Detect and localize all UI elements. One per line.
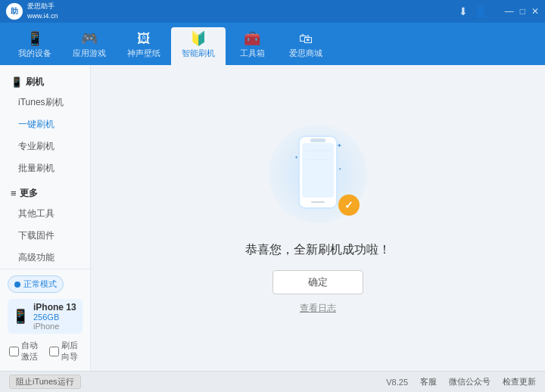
sidebar-item-other-tools[interactable]: 其他工具	[0, 203, 90, 225]
svg-rect-1	[302, 143, 334, 198]
sidebar-item-download-firmware[interactable]: 下载固件	[0, 225, 90, 247]
device-model: iPhone	[33, 322, 76, 331]
stop-itunes-button[interactable]: 阻止iTunes运行	[9, 375, 81, 389]
logo-icon: 助	[6, 3, 23, 20]
device-name: iPhone 13	[33, 302, 76, 313]
tools-icon: 🧰	[244, 32, 260, 45]
title-bar-controls: ⬇ 👤 — □ ✕	[459, 5, 539, 17]
download-icon[interactable]: ⬇	[459, 5, 468, 17]
confirm-button[interactable]: 确定	[272, 270, 363, 294]
title-bar: 助 爱思助手 www.i4.cn ⬇ 👤 — □ ✕	[0, 0, 545, 23]
nav-item-smart-flash[interactable]: 🔰 智能刷机	[171, 27, 226, 65]
device-storage: 256GB	[33, 313, 76, 322]
nav-bar: 📱 我的设备 🎮 应用游戏 🖼 神声壁纸 🔰 智能刷机 🧰 工具箱 🛍 爱思商城	[0, 23, 545, 65]
nav-label-my-device: 我的设备	[18, 48, 51, 59]
sidebar-item-itunes-flash[interactable]: iTunes刷机	[0, 92, 90, 114]
flash-section-icon: 📱	[11, 76, 23, 88]
footer: 阻止iTunes运行 V8.25 客服 微信公众号 检查更新	[0, 371, 545, 392]
check-update-link[interactable]: 检查更新	[503, 376, 536, 387]
logo-text: 爱思助手 www.i4.cn	[27, 2, 58, 20]
svg-text:✦: ✦	[338, 166, 341, 171]
nav-label-smart-flash: 智能刷机	[182, 48, 215, 59]
my-device-icon: 📱	[26, 32, 43, 45]
device-card: 📱 iPhone 13 256GB iPhone	[8, 299, 83, 334]
smart-flash-icon: 🔰	[190, 32, 207, 45]
maximize-button[interactable]: □	[520, 6, 525, 17]
nav-item-my-device[interactable]: 📱 我的设备	[8, 27, 62, 65]
nav-label-wallpaper: 神声壁纸	[127, 48, 160, 59]
version-text: V8.25	[386, 378, 408, 387]
mode-badge-text: 正常模式	[23, 278, 57, 290]
mode-badge: 正常模式	[8, 275, 64, 293]
store-icon: 🛍	[299, 32, 313, 45]
checkbox-row: 自动激活 刷后向导	[8, 338, 83, 364]
svg-rect-2	[310, 138, 325, 142]
sidebar-item-pro-flash[interactable]: 专业刷机	[0, 135, 90, 157]
nav-item-store[interactable]: 🛍 爱思商城	[279, 27, 333, 65]
more-section-icon: ≡	[11, 188, 17, 199]
sidebar: 📱 刷机 iTunes刷机 一键刷机 专业刷机 批量刷机 ≡ 更多 其他工具 下…	[0, 65, 91, 371]
success-illustration: ✦ ✦ ✦ ✓	[272, 121, 363, 227]
content-area: ✦ ✦ ✦ ✓ 恭喜您，全新刷机成功啦！ 确定 查看日志	[91, 65, 545, 371]
nav-item-tools[interactable]: 🧰 工具箱	[226, 27, 279, 65]
success-title: 恭喜您，全新刷机成功啦！	[245, 242, 391, 258]
nav-label-store: 爱思商城	[289, 48, 322, 59]
minimize-button[interactable]: —	[505, 6, 514, 17]
guide-after-input[interactable]	[49, 347, 59, 356]
support-link[interactable]: 客服	[420, 376, 437, 387]
footer-left: 阻止iTunes运行	[9, 375, 81, 389]
sidebar-item-batch-flash[interactable]: 批量刷机	[0, 157, 90, 179]
sidebar-item-one-click-flash[interactable]: 一键刷机	[0, 114, 90, 135]
auto-activate-checkbox[interactable]: 自动激活	[9, 340, 42, 362]
svg-text:✦: ✦	[294, 155, 298, 160]
guide-after-checkbox[interactable]: 刷后向导	[49, 340, 82, 362]
title-bar-left: 助 爱思助手 www.i4.cn	[6, 2, 58, 20]
device-info: iPhone 13 256GB iPhone	[33, 302, 76, 331]
close-button[interactable]: ✕	[531, 6, 539, 17]
sidebar-section-flash: 📱 刷机	[0, 71, 90, 92]
auto-activate-input[interactable]	[9, 347, 19, 356]
sidebar-item-advanced-features[interactable]: 高级功能	[0, 247, 90, 269]
sidebar-section-more: ≡ 更多	[0, 182, 90, 203]
mode-badge-dot	[14, 282, 20, 288]
view-log-link[interactable]: 查看日志	[300, 302, 336, 315]
device-phone-icon: 📱	[12, 308, 29, 325]
footer-right: V8.25 客服 微信公众号 检查更新	[386, 376, 536, 387]
device-area: 正常模式 📱 iPhone 13 256GB iPhone 自动激活 刷后向导	[0, 269, 90, 370]
apps-games-icon: 🎮	[81, 32, 98, 45]
check-badge: ✓	[338, 194, 360, 216]
phone-svg: ✦ ✦ ✦	[291, 132, 344, 216]
user-icon[interactable]: 👤	[474, 5, 487, 17]
svg-text:✦: ✦	[337, 142, 342, 149]
nav-item-apps-games[interactable]: 🎮 应用游戏	[62, 27, 117, 65]
wallpaper-icon: 🖼	[137, 32, 151, 45]
nav-label-apps-games: 应用游戏	[73, 48, 106, 59]
wechat-link[interactable]: 微信公众号	[449, 376, 490, 387]
nav-label-tools: 工具箱	[240, 48, 265, 59]
main-layout: 📱 刷机 iTunes刷机 一键刷机 专业刷机 批量刷机 ≡ 更多 其他工具 下…	[0, 65, 545, 371]
nav-item-wallpaper[interactable]: 🖼 神声壁纸	[117, 27, 171, 65]
